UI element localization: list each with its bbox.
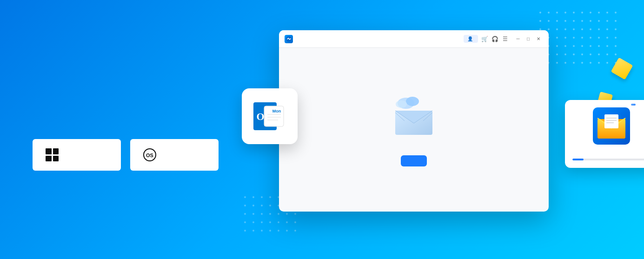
pst-progress-bar-fill bbox=[572, 159, 584, 160]
windows-icon bbox=[46, 148, 59, 161]
cta-buttons: OS bbox=[33, 139, 219, 171]
svg-rect-17 bbox=[604, 114, 618, 128]
svg-text:OS: OS bbox=[146, 153, 153, 158]
hero-section: const dg = document.querySelector('.dot-… bbox=[0, 0, 644, 259]
svg-text:O: O bbox=[256, 111, 264, 122]
win-pane-3 bbox=[46, 156, 52, 162]
win-pane-1 bbox=[46, 148, 52, 154]
window-controls: ─ □ ✕ bbox=[513, 34, 543, 44]
cart-icon[interactable]: 🛒 bbox=[481, 35, 488, 43]
hero-left-panel: OS bbox=[0, 70, 251, 190]
person-icon: 👤 bbox=[467, 36, 473, 41]
email-3d-svg bbox=[388, 93, 439, 135]
pst-progress-bar-bg bbox=[572, 159, 644, 160]
win-pane-4 bbox=[53, 156, 59, 162]
titlebar-actions: 👤 🛒 🎧 ☰ ─ □ ✕ bbox=[464, 34, 543, 44]
svg-point-4 bbox=[406, 97, 419, 106]
pst-envelope-svg bbox=[595, 112, 628, 140]
outlook-icon-card: Mon O bbox=[242, 88, 298, 144]
minimize-button[interactable]: ─ bbox=[513, 34, 523, 44]
app-logo bbox=[285, 35, 293, 43]
app-body bbox=[279, 48, 549, 212]
pst-repair-text bbox=[572, 150, 644, 156]
repairit-logo-icon bbox=[285, 36, 292, 42]
pst-repair-card bbox=[565, 100, 644, 168]
hero-right-panel: 👤 🛒 🎧 ☰ ─ □ ✕ bbox=[251, 0, 644, 259]
svg-text:Mon: Mon bbox=[272, 109, 281, 113]
svg-point-5 bbox=[396, 100, 407, 108]
email-illustration bbox=[388, 93, 439, 135]
try-free-windows-button[interactable] bbox=[33, 139, 121, 171]
win-pane-2 bbox=[53, 148, 59, 154]
pst-icon-area bbox=[593, 107, 630, 145]
app-window: 👤 🛒 🎧 ☰ ─ □ ✕ bbox=[279, 30, 549, 212]
login-button[interactable]: 👤 bbox=[464, 35, 478, 43]
maximize-button[interactable]: □ bbox=[524, 34, 533, 44]
main-title bbox=[33, 94, 219, 123]
mac-icon: OS bbox=[143, 148, 156, 161]
headset-icon[interactable]: 🎧 bbox=[491, 35, 498, 43]
try-free-mac-button[interactable]: OS bbox=[130, 139, 219, 171]
app-titlebar: 👤 🛒 🎧 ☰ ─ □ ✕ bbox=[279, 30, 549, 48]
pst-badge bbox=[631, 104, 636, 106]
menu-icon[interactable]: ☰ bbox=[501, 35, 509, 43]
close-button[interactable]: ✕ bbox=[534, 34, 543, 44]
outlook-icon-svg: Mon O bbox=[251, 98, 288, 135]
select-file-button[interactable] bbox=[401, 155, 427, 166]
macos-svg: OS bbox=[143, 148, 156, 161]
